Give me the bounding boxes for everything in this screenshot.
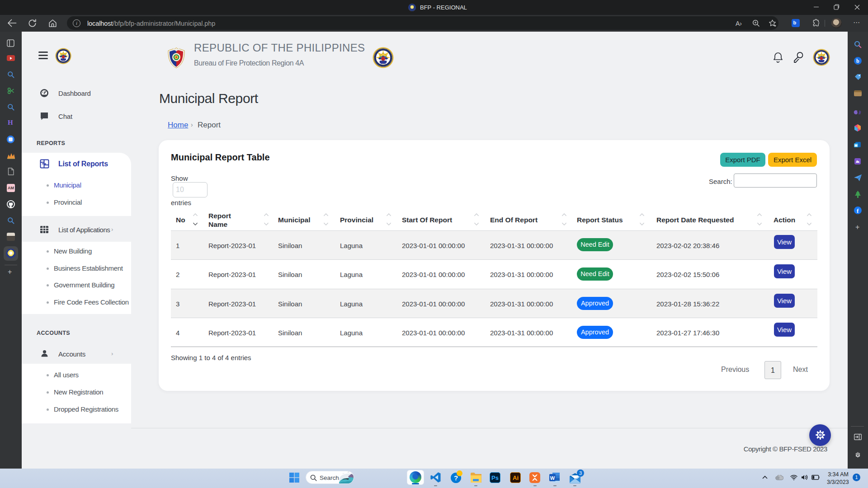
- svg-text:W: W: [550, 475, 555, 481]
